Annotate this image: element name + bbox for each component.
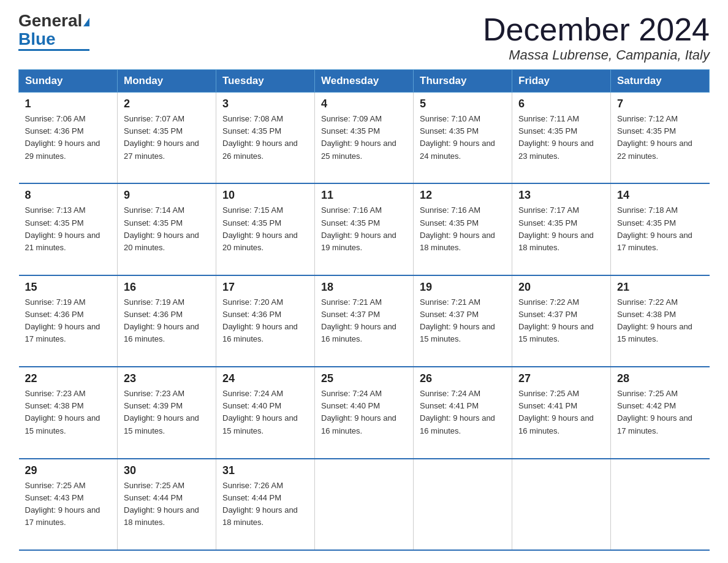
day-number: 27 bbox=[518, 372, 604, 385]
day-cell: 28 Sunrise: 7:25 AM Sunset: 4:42 PM Dayl… bbox=[611, 367, 710, 458]
day-info: Sunrise: 7:16 AM Sunset: 4:35 PM Dayligh… bbox=[321, 204, 407, 254]
week-row-1: 1 Sunrise: 7:06 AM Sunset: 4:36 PM Dayli… bbox=[19, 93, 710, 184]
day-info: Sunrise: 7:06 AM Sunset: 4:36 PM Dayligh… bbox=[25, 113, 112, 163]
header-saturday: Saturday bbox=[611, 70, 710, 93]
day-info: Sunrise: 7:24 AM Sunset: 4:41 PM Dayligh… bbox=[420, 388, 506, 437]
day-info: Sunrise: 7:16 AM Sunset: 4:35 PM Dayligh… bbox=[420, 204, 506, 254]
day-cell: 1 Sunrise: 7:06 AM Sunset: 4:36 PM Dayli… bbox=[19, 93, 118, 184]
day-info: Sunrise: 7:20 AM Sunset: 4:36 PM Dayligh… bbox=[222, 296, 308, 346]
header-monday: Monday bbox=[118, 70, 216, 93]
day-info: Sunrise: 7:09 AM Sunset: 4:35 PM Dayligh… bbox=[321, 113, 407, 163]
day-cell: 2 Sunrise: 7:07 AM Sunset: 4:35 PM Dayli… bbox=[118, 93, 216, 184]
day-number: 22 bbox=[25, 372, 112, 385]
logo-blue-text: Blue bbox=[18, 31, 56, 48]
day-number: 1 bbox=[25, 98, 112, 110]
day-info: Sunrise: 7:17 AM Sunset: 4:35 PM Dayligh… bbox=[518, 204, 604, 254]
day-cell: 29 Sunrise: 7:25 AM Sunset: 4:43 PM Dayl… bbox=[19, 459, 118, 550]
week-row-2: 8 Sunrise: 7:13 AM Sunset: 4:35 PM Dayli… bbox=[19, 183, 710, 275]
day-number: 7 bbox=[617, 98, 703, 110]
calendar: Sunday Monday Tuesday Wednesday Thursday… bbox=[18, 69, 710, 551]
day-number: 17 bbox=[222, 281, 308, 294]
day-cell: 18 Sunrise: 7:21 AM Sunset: 4:37 PM Dayl… bbox=[315, 275, 414, 367]
header-wednesday: Wednesday bbox=[315, 70, 414, 93]
header-sunday: Sunday bbox=[19, 70, 118, 93]
day-cell: 19 Sunrise: 7:21 AM Sunset: 4:37 PM Dayl… bbox=[414, 275, 512, 367]
day-info: Sunrise: 7:18 AM Sunset: 4:35 PM Dayligh… bbox=[617, 204, 703, 254]
day-info: Sunrise: 7:25 AM Sunset: 4:42 PM Dayligh… bbox=[617, 388, 703, 437]
day-info: Sunrise: 7:08 AM Sunset: 4:35 PM Dayligh… bbox=[222, 113, 308, 163]
day-number: 23 bbox=[124, 372, 210, 385]
day-cell: 3 Sunrise: 7:08 AM Sunset: 4:35 PM Dayli… bbox=[216, 93, 315, 184]
day-info: Sunrise: 7:25 AM Sunset: 4:41 PM Dayligh… bbox=[518, 388, 604, 437]
day-info: Sunrise: 7:15 AM Sunset: 4:35 PM Dayligh… bbox=[222, 204, 308, 254]
day-cell: 17 Sunrise: 7:20 AM Sunset: 4:36 PM Dayl… bbox=[216, 275, 315, 367]
day-info: Sunrise: 7:19 AM Sunset: 4:36 PM Dayligh… bbox=[25, 296, 112, 346]
header-right: December 2024 Massa Lubrense, Campania, … bbox=[483, 12, 710, 63]
day-number: 26 bbox=[420, 372, 506, 385]
day-cell: 10 Sunrise: 7:15 AM Sunset: 4:35 PM Dayl… bbox=[216, 183, 315, 275]
day-info: Sunrise: 7:14 AM Sunset: 4:35 PM Dayligh… bbox=[124, 204, 210, 254]
day-number: 19 bbox=[420, 281, 506, 294]
day-number: 24 bbox=[222, 372, 308, 385]
day-number: 12 bbox=[420, 189, 506, 202]
week-row-3: 15 Sunrise: 7:19 AM Sunset: 4:36 PM Dayl… bbox=[19, 275, 710, 367]
day-cell: 27 Sunrise: 7:25 AM Sunset: 4:41 PM Dayl… bbox=[512, 367, 611, 458]
day-number: 3 bbox=[222, 98, 308, 110]
day-number: 6 bbox=[518, 98, 604, 110]
week-row-5: 29 Sunrise: 7:25 AM Sunset: 4:43 PM Dayl… bbox=[19, 459, 710, 550]
logo-general-text: General bbox=[18, 11, 82, 30]
day-cell: 5 Sunrise: 7:10 AM Sunset: 4:35 PM Dayli… bbox=[414, 93, 512, 184]
day-cell: 12 Sunrise: 7:16 AM Sunset: 4:35 PM Dayl… bbox=[414, 183, 512, 275]
day-info: Sunrise: 7:22 AM Sunset: 4:38 PM Dayligh… bbox=[617, 296, 703, 346]
day-number: 10 bbox=[222, 189, 308, 202]
day-info: Sunrise: 7:21 AM Sunset: 4:37 PM Dayligh… bbox=[321, 296, 407, 346]
day-cell: 20 Sunrise: 7:22 AM Sunset: 4:37 PM Dayl… bbox=[512, 275, 611, 367]
day-info: Sunrise: 7:07 AM Sunset: 4:35 PM Dayligh… bbox=[124, 113, 210, 163]
header: General Blue December 2024 Massa Lubrens… bbox=[18, 12, 710, 63]
day-number: 2 bbox=[124, 98, 210, 110]
day-info: Sunrise: 7:10 AM Sunset: 4:35 PM Dayligh… bbox=[420, 113, 506, 163]
day-info: Sunrise: 7:25 AM Sunset: 4:43 PM Dayligh… bbox=[25, 480, 112, 529]
day-cell: 6 Sunrise: 7:11 AM Sunset: 4:35 PM Dayli… bbox=[512, 93, 611, 184]
day-info: Sunrise: 7:21 AM Sunset: 4:37 PM Dayligh… bbox=[420, 296, 506, 346]
day-cell: 15 Sunrise: 7:19 AM Sunset: 4:36 PM Dayl… bbox=[19, 275, 118, 367]
weekday-header-row: Sunday Monday Tuesday Wednesday Thursday… bbox=[19, 70, 710, 93]
day-cell: 22 Sunrise: 7:23 AM Sunset: 4:38 PM Dayl… bbox=[19, 367, 118, 458]
day-number: 9 bbox=[124, 189, 210, 202]
day-info: Sunrise: 7:26 AM Sunset: 4:44 PM Dayligh… bbox=[222, 480, 308, 529]
day-number: 11 bbox=[321, 189, 407, 202]
day-number: 15 bbox=[25, 281, 112, 294]
logo: General Blue bbox=[18, 12, 89, 51]
day-info: Sunrise: 7:23 AM Sunset: 4:38 PM Dayligh… bbox=[25, 388, 112, 437]
day-cell: 30 Sunrise: 7:25 AM Sunset: 4:44 PM Dayl… bbox=[118, 459, 216, 550]
day-cell: 9 Sunrise: 7:14 AM Sunset: 4:35 PM Dayli… bbox=[118, 183, 216, 275]
day-info: Sunrise: 7:19 AM Sunset: 4:36 PM Dayligh… bbox=[124, 296, 210, 346]
day-number: 31 bbox=[222, 464, 308, 477]
day-cell bbox=[315, 459, 414, 550]
day-info: Sunrise: 7:13 AM Sunset: 4:35 PM Dayligh… bbox=[25, 204, 112, 254]
day-cell: 7 Sunrise: 7:12 AM Sunset: 4:35 PM Dayli… bbox=[611, 93, 710, 184]
day-cell: 24 Sunrise: 7:24 AM Sunset: 4:40 PM Dayl… bbox=[216, 367, 315, 458]
day-number: 8 bbox=[25, 189, 112, 202]
day-info: Sunrise: 7:11 AM Sunset: 4:35 PM Dayligh… bbox=[518, 113, 604, 163]
day-cell: 26 Sunrise: 7:24 AM Sunset: 4:41 PM Dayl… bbox=[414, 367, 512, 458]
header-friday: Friday bbox=[512, 70, 611, 93]
day-number: 5 bbox=[420, 98, 506, 110]
day-number: 16 bbox=[124, 281, 210, 294]
day-cell bbox=[414, 459, 512, 550]
day-cell bbox=[611, 459, 710, 550]
day-number: 20 bbox=[518, 281, 604, 294]
day-number: 18 bbox=[321, 281, 407, 294]
day-cell bbox=[512, 459, 611, 550]
month-title: December 2024 bbox=[483, 12, 710, 47]
day-number: 21 bbox=[617, 281, 703, 294]
day-info: Sunrise: 7:25 AM Sunset: 4:44 PM Dayligh… bbox=[124, 480, 210, 529]
day-cell: 4 Sunrise: 7:09 AM Sunset: 4:35 PM Dayli… bbox=[315, 93, 414, 184]
day-cell: 23 Sunrise: 7:23 AM Sunset: 4:39 PM Dayl… bbox=[118, 367, 216, 458]
day-number: 29 bbox=[25, 464, 112, 477]
week-row-4: 22 Sunrise: 7:23 AM Sunset: 4:38 PM Dayl… bbox=[19, 367, 710, 458]
day-cell: 13 Sunrise: 7:17 AM Sunset: 4:35 PM Dayl… bbox=[512, 183, 611, 275]
day-cell: 16 Sunrise: 7:19 AM Sunset: 4:36 PM Dayl… bbox=[118, 275, 216, 367]
day-info: Sunrise: 7:24 AM Sunset: 4:40 PM Dayligh… bbox=[321, 388, 407, 437]
day-number: 25 bbox=[321, 372, 407, 385]
